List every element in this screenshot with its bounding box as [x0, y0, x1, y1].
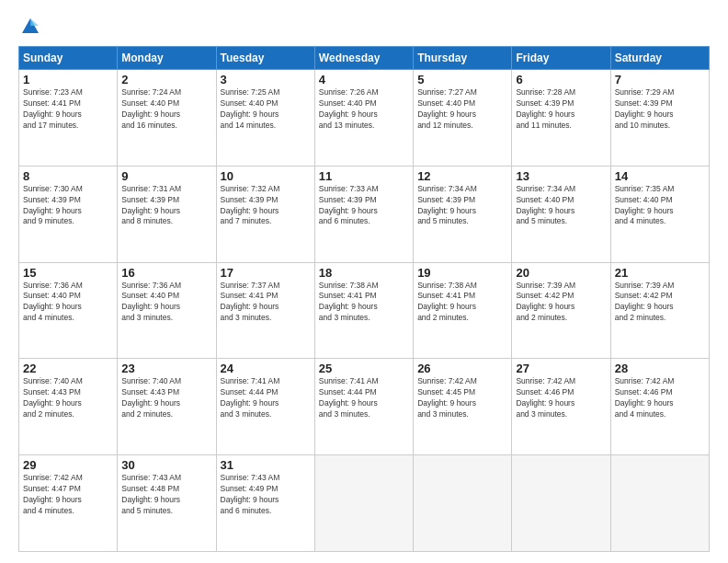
- day-number: 5: [417, 73, 507, 86]
- day-info: Sunrise: 7:34 AM Sunset: 4:39 PM Dayligh…: [417, 184, 507, 228]
- calendar-week-row: 29Sunrise: 7:42 AM Sunset: 4:47 PM Dayli…: [19, 455, 710, 552]
- calendar-day-cell: 20Sunrise: 7:39 AM Sunset: 4:42 PM Dayli…: [512, 262, 610, 359]
- day-number: 10: [221, 169, 311, 183]
- calendar-day-cell: 18Sunrise: 7:38 AM Sunset: 4:41 PM Dayli…: [314, 262, 413, 359]
- calendar-day-cell: 13Sunrise: 7:34 AM Sunset: 4:40 PM Dayli…: [512, 166, 610, 262]
- day-number: 1: [23, 73, 113, 86]
- calendar-day-cell: 3Sunrise: 7:25 AM Sunset: 4:40 PM Daylig…: [216, 70, 314, 167]
- day-number: 30: [121, 458, 211, 472]
- day-number: 28: [615, 362, 705, 375]
- day-info: Sunrise: 7:25 AM Sunset: 4:40 PM Dayligh…: [221, 87, 311, 132]
- day-number: 19: [417, 266, 507, 280]
- col-header-sunday: Sunday: [19, 47, 118, 70]
- day-info: Sunrise: 7:38 AM Sunset: 4:41 PM Dayligh…: [319, 281, 409, 325]
- day-number: 26: [417, 362, 507, 375]
- day-number: 12: [417, 169, 507, 183]
- day-number: 24: [221, 362, 311, 375]
- calendar-week-row: 15Sunrise: 7:36 AM Sunset: 4:40 PM Dayli…: [19, 262, 710, 359]
- day-info: Sunrise: 7:30 AM Sunset: 4:39 PM Dayligh…: [23, 184, 113, 228]
- day-info: Sunrise: 7:39 AM Sunset: 4:42 PM Dayligh…: [615, 281, 705, 325]
- day-number: 18: [319, 266, 409, 280]
- calendar-day-cell: 30Sunrise: 7:43 AM Sunset: 4:48 PM Dayli…: [118, 455, 216, 552]
- calendar-day-cell: 6Sunrise: 7:28 AM Sunset: 4:39 PM Daylig…: [512, 70, 610, 167]
- day-number: 8: [23, 169, 113, 183]
- col-header-tuesday: Tuesday: [216, 47, 314, 70]
- day-info: Sunrise: 7:43 AM Sunset: 4:49 PM Dayligh…: [221, 473, 311, 517]
- calendar-day-cell: 14Sunrise: 7:35 AM Sunset: 4:40 PM Dayli…: [610, 166, 709, 262]
- col-header-saturday: Saturday: [610, 47, 709, 70]
- calendar-empty-cell: [414, 455, 512, 552]
- logo: [18, 17, 40, 37]
- day-info: Sunrise: 7:28 AM Sunset: 4:39 PM Dayligh…: [516, 87, 606, 132]
- day-number: 16: [121, 266, 211, 280]
- day-info: Sunrise: 7:40 AM Sunset: 4:43 PM Dayligh…: [23, 376, 113, 420]
- day-info: Sunrise: 7:40 AM Sunset: 4:43 PM Dayligh…: [121, 376, 211, 420]
- day-number: 15: [23, 266, 113, 280]
- day-number: 27: [516, 362, 606, 375]
- day-info: Sunrise: 7:23 AM Sunset: 4:41 PM Dayligh…: [23, 87, 113, 132]
- calendar-day-cell: 7Sunrise: 7:29 AM Sunset: 4:39 PM Daylig…: [610, 70, 709, 167]
- col-header-wednesday: Wednesday: [314, 47, 413, 70]
- calendar-day-cell: 2Sunrise: 7:24 AM Sunset: 4:40 PM Daylig…: [118, 70, 216, 167]
- col-header-thursday: Thursday: [414, 47, 512, 70]
- page: Sunday Monday Tuesday Wednesday Thursday…: [0, 0, 728, 563]
- calendar-day-cell: 31Sunrise: 7:43 AM Sunset: 4:49 PM Dayli…: [216, 455, 314, 552]
- day-number: 21: [615, 266, 705, 280]
- day-info: Sunrise: 7:41 AM Sunset: 4:44 PM Dayligh…: [319, 376, 409, 420]
- day-number: 6: [516, 73, 606, 86]
- calendar-day-cell: 15Sunrise: 7:36 AM Sunset: 4:40 PM Dayli…: [19, 262, 118, 359]
- day-number: 11: [319, 169, 409, 183]
- calendar-day-cell: 10Sunrise: 7:32 AM Sunset: 4:39 PM Dayli…: [216, 166, 314, 262]
- calendar-day-cell: 25Sunrise: 7:41 AM Sunset: 4:44 PM Dayli…: [314, 359, 413, 455]
- day-info: Sunrise: 7:32 AM Sunset: 4:39 PM Dayligh…: [221, 184, 311, 228]
- svg-marker-1: [30, 18, 39, 26]
- calendar-day-cell: 23Sunrise: 7:40 AM Sunset: 4:43 PM Dayli…: [118, 359, 216, 455]
- day-number: 31: [221, 458, 311, 472]
- day-number: 17: [221, 266, 311, 280]
- calendar-week-row: 8Sunrise: 7:30 AM Sunset: 4:39 PM Daylig…: [19, 166, 710, 262]
- logo-icon: [20, 17, 40, 37]
- calendar-week-row: 22Sunrise: 7:40 AM Sunset: 4:43 PM Dayli…: [19, 359, 710, 455]
- day-info: Sunrise: 7:36 AM Sunset: 4:40 PM Dayligh…: [23, 281, 113, 325]
- day-info: Sunrise: 7:36 AM Sunset: 4:40 PM Dayligh…: [121, 281, 211, 325]
- day-info: Sunrise: 7:31 AM Sunset: 4:39 PM Dayligh…: [121, 184, 211, 228]
- day-info: Sunrise: 7:34 AM Sunset: 4:40 PM Dayligh…: [516, 184, 606, 228]
- day-number: 9: [121, 169, 211, 183]
- calendar-day-cell: 27Sunrise: 7:42 AM Sunset: 4:46 PM Dayli…: [512, 359, 610, 455]
- day-number: 4: [319, 73, 409, 86]
- calendar-day-cell: 16Sunrise: 7:36 AM Sunset: 4:40 PM Dayli…: [118, 262, 216, 359]
- day-info: Sunrise: 7:42 AM Sunset: 4:47 PM Dayligh…: [23, 473, 113, 517]
- day-info: Sunrise: 7:41 AM Sunset: 4:44 PM Dayligh…: [221, 376, 311, 420]
- calendar-empty-cell: [610, 455, 709, 552]
- day-number: 20: [516, 266, 606, 280]
- calendar-day-cell: 9Sunrise: 7:31 AM Sunset: 4:39 PM Daylig…: [118, 166, 216, 262]
- calendar-day-cell: 26Sunrise: 7:42 AM Sunset: 4:45 PM Dayli…: [414, 359, 512, 455]
- day-info: Sunrise: 7:42 AM Sunset: 4:46 PM Dayligh…: [516, 376, 606, 420]
- day-info: Sunrise: 7:33 AM Sunset: 4:39 PM Dayligh…: [319, 184, 409, 228]
- day-info: Sunrise: 7:39 AM Sunset: 4:42 PM Dayligh…: [516, 281, 606, 325]
- day-info: Sunrise: 7:29 AM Sunset: 4:39 PM Dayligh…: [615, 87, 705, 132]
- calendar-day-cell: 12Sunrise: 7:34 AM Sunset: 4:39 PM Dayli…: [414, 166, 512, 262]
- calendar-week-row: 1Sunrise: 7:23 AM Sunset: 4:41 PM Daylig…: [19, 70, 710, 167]
- calendar-table: Sunday Monday Tuesday Wednesday Thursday…: [18, 46, 710, 552]
- day-info: Sunrise: 7:24 AM Sunset: 4:40 PM Dayligh…: [121, 87, 211, 132]
- day-number: 7: [615, 73, 705, 86]
- calendar-day-cell: 4Sunrise: 7:26 AM Sunset: 4:40 PM Daylig…: [314, 70, 413, 167]
- header: [18, 17, 710, 37]
- calendar-day-cell: 5Sunrise: 7:27 AM Sunset: 4:40 PM Daylig…: [414, 70, 512, 167]
- day-number: 2: [121, 73, 211, 86]
- col-header-monday: Monday: [118, 47, 216, 70]
- calendar-day-cell: 21Sunrise: 7:39 AM Sunset: 4:42 PM Dayli…: [610, 262, 709, 359]
- day-number: 23: [121, 362, 211, 375]
- day-number: 3: [221, 73, 311, 86]
- day-number: 29: [23, 458, 113, 472]
- calendar-day-cell: 22Sunrise: 7:40 AM Sunset: 4:43 PM Dayli…: [19, 359, 118, 455]
- calendar-empty-cell: [314, 455, 413, 552]
- calendar-empty-cell: [512, 455, 610, 552]
- calendar-day-cell: 11Sunrise: 7:33 AM Sunset: 4:39 PM Dayli…: [314, 166, 413, 262]
- calendar-day-cell: 19Sunrise: 7:38 AM Sunset: 4:41 PM Dayli…: [414, 262, 512, 359]
- calendar-day-cell: 1Sunrise: 7:23 AM Sunset: 4:41 PM Daylig…: [19, 70, 118, 167]
- day-info: Sunrise: 7:37 AM Sunset: 4:41 PM Dayligh…: [221, 281, 311, 325]
- calendar-day-cell: 28Sunrise: 7:42 AM Sunset: 4:46 PM Dayli…: [610, 359, 709, 455]
- day-info: Sunrise: 7:35 AM Sunset: 4:40 PM Dayligh…: [615, 184, 705, 228]
